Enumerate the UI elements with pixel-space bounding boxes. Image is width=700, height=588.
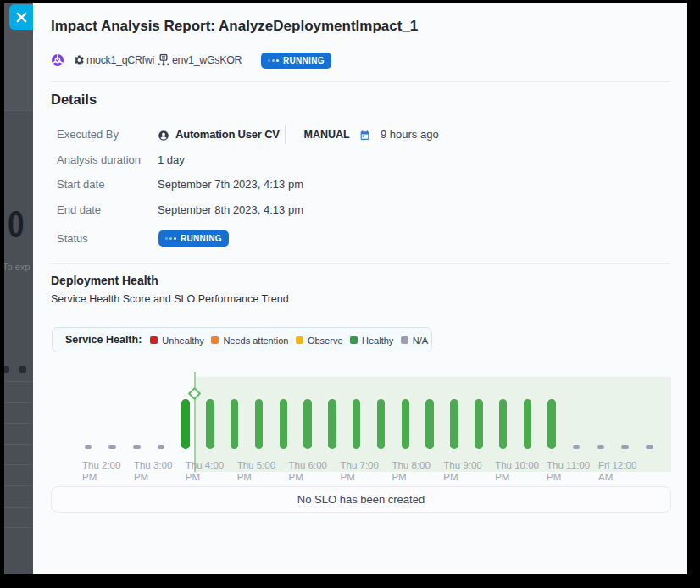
dimmed-partial-text: To exp (4, 262, 30, 272)
health-score-bar[interactable] (475, 399, 483, 449)
legend-item-unhealthy: Unhealthy (150, 336, 204, 346)
health-score-bar[interactable] (402, 399, 410, 449)
health-score-bar[interactable] (231, 399, 239, 449)
status-badge-running: RUNNING (261, 53, 331, 69)
no-data-dash[interactable] (646, 445, 653, 449)
deployment-health-subtitle: Service Health Score and SLO Performance… (51, 292, 289, 306)
no-data-dash[interactable] (108, 445, 116, 449)
health-score-bar[interactable] (377, 399, 386, 449)
legend-item-needs-attention: Needs attention (211, 336, 288, 346)
legend-item-n-a: N/A (401, 336, 428, 346)
legend-swatch-icon (296, 336, 303, 344)
health-score-bar[interactable] (425, 399, 434, 449)
divider (4, 527, 33, 528)
detail-value: 1 day (158, 152, 185, 169)
health-score-bar[interactable] (206, 399, 214, 449)
health-score-bar[interactable] (255, 399, 264, 449)
detail-row-end-date: End date September 8th 2023, 4:13 pm (51, 202, 678, 219)
legend-label: Unhealthy (162, 336, 204, 346)
environment-name: env1_wGsKOR (172, 51, 242, 69)
divider (4, 485, 33, 486)
screen: 0 To exp Impact Analysis Report: Analyze… (4, 3, 687, 574)
legend-label: Needs attention (223, 336, 288, 346)
deployment-window-shade (195, 377, 672, 472)
trigger-type: MANUAL (304, 126, 350, 143)
no-data-dash[interactable] (621, 445, 629, 449)
detail-label: Executed By (57, 126, 119, 143)
detail-label: Start date (57, 176, 104, 193)
health-score-bar[interactable] (499, 399, 508, 449)
calendar-icon (359, 130, 370, 141)
environment-icon (158, 54, 169, 67)
status-badge-running: RUNNING (158, 230, 229, 247)
x-axis-tick-label: Thu 10:00 PM (495, 460, 539, 483)
detail-label: Status (57, 230, 88, 247)
health-score-bar[interactable] (303, 399, 312, 449)
x-axis-tick-label: Thu 8:00 PM (392, 460, 430, 483)
impact-analysis-drawer: Impact Analysis Report: AnalyzeDeploymen… (33, 3, 687, 574)
service-name: mock1_qCRfwi (86, 51, 154, 69)
deployment-marker-diamond-icon (188, 387, 202, 401)
divider (4, 381, 33, 382)
legend-label: N/A (413, 336, 428, 346)
no-data-dash[interactable] (597, 445, 605, 449)
legend-title: Service Health: (65, 334, 142, 346)
x-axis-tick-label: Thu 3:00 PM (134, 460, 172, 483)
legend-item-healthy: Healthy (350, 336, 393, 346)
drawer-overlay-dimmed-page[interactable]: 0 To exp (4, 3, 33, 574)
divider (4, 464, 33, 465)
legend-item-observe: Observe (296, 336, 343, 346)
x-axis-tick-label: Fri 12:00 AM (598, 460, 636, 483)
running-spinner-dots-icon (165, 237, 176, 241)
running-spinner-dots-icon (268, 59, 279, 63)
detail-label: Analysis duration (57, 152, 141, 169)
x-axis-tick-label: Thu 7:00 PM (341, 460, 379, 483)
legend-swatch-icon (150, 336, 158, 344)
details-heading: Details (51, 91, 97, 108)
x-axis-tick-label: Thu 4:00 PM (186, 460, 224, 483)
x-axis-tick-label: Thu 2:00 PM (82, 460, 120, 483)
health-score-bar[interactable] (181, 399, 190, 449)
divider (4, 110, 33, 111)
health-score-bar[interactable] (328, 399, 336, 449)
health-score-bar[interactable] (450, 399, 458, 449)
detail-row-analysis-duration: Analysis duration 1 day (51, 152, 678, 169)
no-data-dash[interactable] (573, 445, 581, 449)
divider (4, 444, 33, 445)
x-axis-tick-label: Thu 11:00 PM (547, 460, 590, 483)
no-data-dash[interactable] (133, 445, 141, 449)
no-data-dash[interactable] (158, 445, 165, 449)
x-axis-tick-label: Thu 5:00 PM (237, 460, 275, 483)
close-drawer-button[interactable] (9, 4, 33, 30)
x-axis-tick-label: Thu 6:00 PM (289, 460, 327, 483)
health-score-bar[interactable] (524, 399, 532, 449)
no-data-dash[interactable] (85, 445, 92, 449)
dimmed-metric-number: 0 (8, 202, 25, 247)
divider (4, 507, 33, 508)
detail-label: End date (57, 202, 101, 219)
divider (51, 81, 670, 82)
detail-value: September 7th 2023, 4:13 pm (158, 176, 303, 193)
detail-row-status: Status RUNNING (51, 230, 678, 247)
deployment-health-heading: Deployment Health (51, 273, 158, 288)
drawer-title: Impact Analysis Report: AnalyzeDeploymen… (51, 17, 418, 36)
service-health-legend: Service Health: UnhealthyNeeds attention… (52, 327, 432, 352)
deployment-marker-line (194, 372, 196, 472)
dimmed-chart-dash (19, 366, 26, 373)
legend-swatch-icon (401, 336, 408, 344)
health-score-bar[interactable] (547, 399, 556, 449)
health-score-bar[interactable] (280, 399, 288, 449)
health-score-bar[interactable] (353, 399, 361, 449)
divider (4, 402, 33, 403)
executed-time-ago: 9 hours ago (381, 126, 439, 143)
detail-row-start-date: Start date September 7th 2023, 4:13 pm (51, 176, 678, 193)
legend-label: Observe (308, 336, 343, 346)
executed-by-user: Automation User CV (175, 126, 280, 143)
detail-row-executed-by: Executed By Automation User CV MANUAL 9 … (51, 126, 678, 143)
divider (51, 263, 670, 264)
service-gear-icon (74, 55, 85, 66)
legend-swatch-icon (350, 336, 358, 344)
slo-empty-state: No SLO has been created (51, 486, 671, 513)
user-avatar-icon (158, 130, 169, 141)
x-axis-tick-label: Thu 9:00 PM (443, 460, 481, 483)
